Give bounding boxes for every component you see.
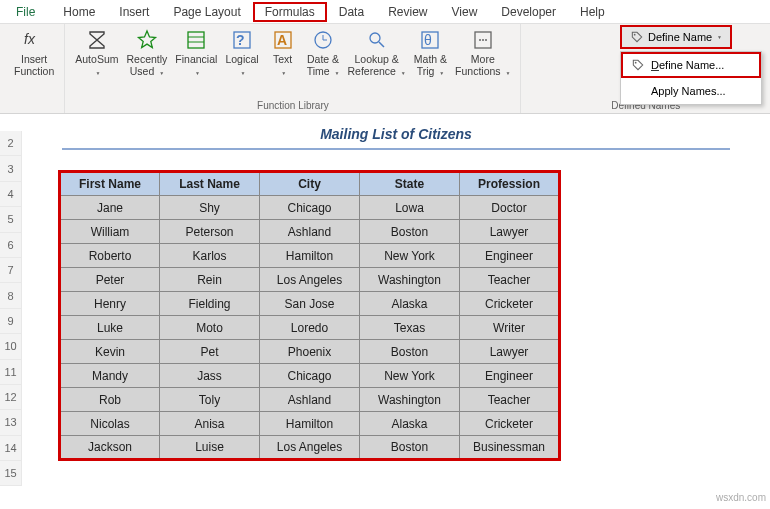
table-cell[interactable]: Alaska [360, 292, 460, 316]
insert-function-button[interactable]: fx Insert Function [10, 26, 58, 79]
row-header[interactable]: 13 [0, 410, 22, 435]
lookup-button[interactable]: Lookup & Reference ▼ [343, 26, 409, 79]
table-cell[interactable]: Engineer [460, 244, 560, 268]
col-last-name[interactable]: Last Name [160, 172, 260, 196]
row-header[interactable]: 14 [0, 436, 22, 461]
row-header[interactable]: 4 [0, 182, 22, 207]
more-functions-button[interactable]: More Functions ▼ [451, 26, 514, 79]
table-cell[interactable]: Henry [60, 292, 160, 316]
table-cell[interactable]: Cricketer [460, 292, 560, 316]
table-cell[interactable]: Chicago [260, 364, 360, 388]
table-cell[interactable]: Peter [60, 268, 160, 292]
define-name-button[interactable]: Define Name ▼ [620, 25, 732, 49]
table-cell[interactable]: Washington [360, 268, 460, 292]
table-cell[interactable]: Luise [160, 436, 260, 460]
table-cell[interactable]: Los Angeles [260, 268, 360, 292]
table-cell[interactable]: Fielding [160, 292, 260, 316]
table-cell[interactable]: Ashland [260, 220, 360, 244]
table-cell[interactable]: Washington [360, 388, 460, 412]
menu-data[interactable]: Data [327, 3, 376, 21]
text-button[interactable]: A Text▼ [263, 26, 303, 79]
menu-home[interactable]: Home [51, 3, 107, 21]
menu-insert[interactable]: Insert [107, 3, 161, 21]
recently-used-button[interactable]: Recently Used ▼ [122, 26, 171, 79]
apply-names-menu-item[interactable]: Apply Names... [621, 78, 761, 104]
menu-help[interactable]: Help [568, 3, 617, 21]
table-cell[interactable]: Teacher [460, 388, 560, 412]
table-cell[interactable]: San Jose [260, 292, 360, 316]
table-cell[interactable]: Boston [360, 436, 460, 460]
menu-formulas[interactable]: Formulas [253, 2, 327, 22]
table-cell[interactable]: Moto [160, 316, 260, 340]
table-cell[interactable]: New York [360, 244, 460, 268]
table-cell[interactable]: Roberto [60, 244, 160, 268]
menu-page-layout[interactable]: Page Layout [161, 3, 252, 21]
table-row: WilliamPetersonAshlandBostonLawyer [60, 220, 560, 244]
col-profession[interactable]: Profession [460, 172, 560, 196]
autosum-button[interactable]: AutoSum▼ [71, 26, 122, 79]
logical-button[interactable]: ? Logical▼ [221, 26, 262, 79]
table-cell[interactable]: Karlos [160, 244, 260, 268]
table-cell[interactable]: Ashland [260, 388, 360, 412]
table-cell[interactable]: Pet [160, 340, 260, 364]
row-header[interactable]: 5 [0, 207, 22, 232]
table-cell[interactable]: Peterson [160, 220, 260, 244]
table-cell[interactable]: Lawyer [460, 220, 560, 244]
menu-review[interactable]: Review [376, 3, 439, 21]
dropdown-arrow-icon: ▼ [506, 71, 511, 77]
table-cell[interactable]: Rein [160, 268, 260, 292]
table-cell[interactable]: Rob [60, 388, 160, 412]
table-cell[interactable]: Phoenix [260, 340, 360, 364]
table-cell[interactable]: Mandy [60, 364, 160, 388]
table-cell[interactable]: Jass [160, 364, 260, 388]
table-cell[interactable]: Los Angeles [260, 436, 360, 460]
table-cell[interactable]: Texas [360, 316, 460, 340]
row-header[interactable]: 3 [0, 156, 22, 181]
menu-view[interactable]: View [440, 3, 490, 21]
define-name-menu-item[interactable]: Define Name... [621, 52, 761, 78]
table-cell[interactable]: Hamilton [260, 412, 360, 436]
table-cell[interactable]: Nicolas [60, 412, 160, 436]
table-cell[interactable]: William [60, 220, 160, 244]
table-cell[interactable]: Alaska [360, 412, 460, 436]
row-header[interactable]: 10 [0, 334, 22, 359]
row-header[interactable]: 9 [0, 309, 22, 334]
table-cell[interactable]: Doctor [460, 196, 560, 220]
table-cell[interactable]: Chicago [260, 196, 360, 220]
menu-file[interactable]: File [0, 3, 51, 21]
col-state[interactable]: State [360, 172, 460, 196]
table-cell[interactable]: Cricketer [460, 412, 560, 436]
table-cell[interactable]: Lowa [360, 196, 460, 220]
date-time-button[interactable]: Date & Time ▼ [303, 26, 344, 79]
col-first-name[interactable]: First Name [60, 172, 160, 196]
table-cell[interactable]: Hamilton [260, 244, 360, 268]
table-cell[interactable]: Toly [160, 388, 260, 412]
table-cell[interactable]: New York [360, 364, 460, 388]
math-trig-button[interactable]: θ Math & Trig ▼ [410, 26, 451, 79]
table-cell[interactable]: Writer [460, 316, 560, 340]
row-header[interactable]: 12 [0, 385, 22, 410]
table-cell[interactable]: Luke [60, 316, 160, 340]
row-header[interactable]: 15 [0, 461, 22, 486]
table-cell[interactable]: Kevin [60, 340, 160, 364]
table-cell[interactable]: Engineer [460, 364, 560, 388]
table-cell[interactable]: Boston [360, 220, 460, 244]
menu-developer[interactable]: Developer [489, 3, 568, 21]
row-header[interactable]: 8 [0, 283, 22, 308]
table-cell[interactable]: Boston [360, 340, 460, 364]
row-header[interactable]: 11 [0, 360, 22, 385]
table-cell[interactable]: Teacher [460, 268, 560, 292]
financial-icon [184, 28, 208, 52]
table-cell[interactable]: Jane [60, 196, 160, 220]
row-header[interactable]: 7 [0, 258, 22, 283]
financial-button[interactable]: Financial▼ [171, 26, 221, 79]
col-city[interactable]: City [260, 172, 360, 196]
table-cell[interactable]: Lawyer [460, 340, 560, 364]
table-cell[interactable]: Loredo [260, 316, 360, 340]
table-cell[interactable]: Businessman [460, 436, 560, 460]
row-header[interactable]: 2 [0, 131, 22, 156]
row-header[interactable]: 6 [0, 233, 22, 258]
table-cell[interactable]: Anisa [160, 412, 260, 436]
table-cell[interactable]: Jackson [60, 436, 160, 460]
table-cell[interactable]: Shy [160, 196, 260, 220]
